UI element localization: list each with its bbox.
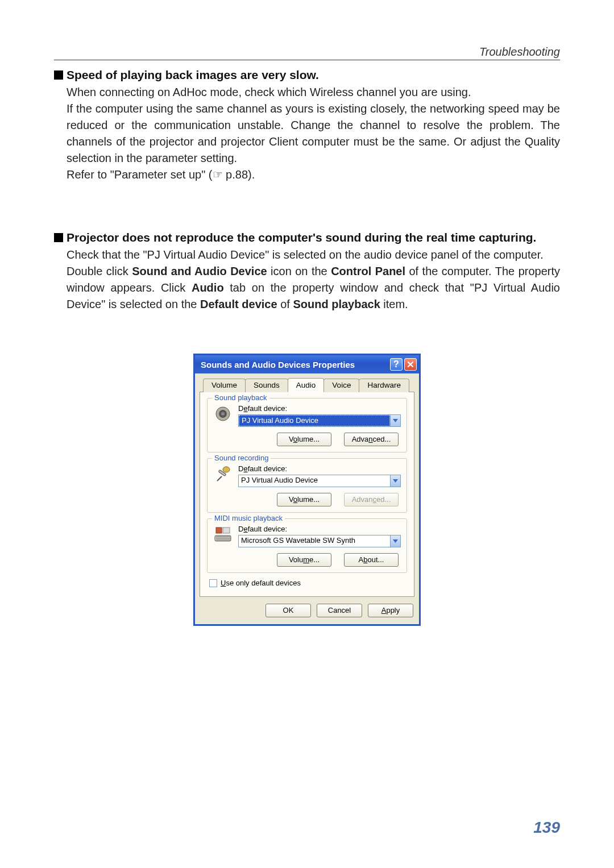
midi-device-select[interactable]: Microsoft GS Wavetable SW Synth (238, 535, 401, 547)
playback-device-value: PJ Virtual Audio Device (239, 415, 390, 426)
recording-volume-button[interactable]: Volume... (277, 493, 331, 506)
chevron-down-icon[interactable] (390, 475, 400, 487)
section2-p1: Check that the "PJ Virtual Audio Device"… (67, 247, 560, 263)
cancel-button[interactable]: Cancel (317, 604, 362, 617)
playback-default-label: Default device: (238, 404, 401, 413)
midi-playback-legend: MIDI music playback (212, 514, 285, 522)
sound-recording-group: Sound recording Default device: (207, 458, 407, 513)
midi-icon (213, 525, 233, 544)
playback-advanced-button[interactable]: Advanced... (344, 433, 399, 446)
tab-hardware[interactable]: Hardware (359, 379, 409, 392)
dialog-titlebar[interactable]: Sounds and Audio Devices Properties ? (195, 355, 419, 373)
checkbox-icon[interactable] (209, 579, 217, 587)
tab-sounds[interactable]: Sounds (245, 379, 288, 392)
svg-point-3 (223, 467, 230, 472)
use-only-defaults-row[interactable]: Use only default devices (209, 579, 407, 587)
apply-button[interactable]: Apply (368, 604, 413, 617)
chevron-down-icon[interactable] (390, 535, 400, 547)
svg-rect-6 (223, 528, 230, 533)
sound-playback-legend: Sound playback (212, 393, 269, 402)
bullet-square-icon (54, 233, 63, 242)
section1-p1: When connecting on AdHoc mode, check whi… (67, 84, 560, 101)
use-only-defaults-label: Use only default devices (221, 579, 301, 587)
section1-title: Speed of playing back images are very sl… (54, 68, 560, 82)
midi-about-button[interactable]: About... (344, 553, 399, 567)
midi-volume-button[interactable]: Volume... (277, 553, 331, 567)
midi-playback-group: MIDI music playback (207, 518, 407, 573)
speaker-icon (213, 404, 233, 423)
recording-advanced-button: Advanced... (344, 493, 399, 506)
tab-volume[interactable]: Volume (203, 379, 246, 392)
close-button[interactable] (404, 358, 417, 371)
page-number: 139 (533, 819, 560, 837)
tab-voice[interactable]: Voice (323, 379, 359, 392)
midi-default-label: Default device: (238, 525, 401, 533)
bullet-square-icon (54, 70, 63, 80)
recording-device-value: PJ Virtual Audio Device (239, 475, 390, 487)
section2-title: Projector does not reproduce the compute… (54, 231, 560, 244)
audio-properties-dialog: Sounds and Audio Devices Properties ? Vo… (193, 354, 421, 626)
section2-p2: Double click Sound and Audio Device icon… (67, 263, 560, 313)
dialog-title: Sounds and Audio Devices Properties (201, 360, 388, 369)
tab-audio[interactable]: Audio (288, 378, 325, 392)
ok-button[interactable]: OK (265, 604, 311, 617)
section-header: Troubleshooting (479, 45, 560, 59)
playback-device-select[interactable]: PJ Virtual Audio Device (238, 414, 401, 427)
help-button[interactable]: ? (390, 358, 403, 371)
sound-playback-group: Sound playback Default device: (207, 398, 407, 452)
sound-recording-legend: Sound recording (212, 454, 271, 462)
microphone-icon (213, 464, 233, 484)
playback-volume-button[interactable]: Volume... (277, 433, 331, 446)
recording-device-select[interactable]: PJ Virtual Audio Device (238, 475, 401, 487)
section1-p2: If the computer using the same channel a… (67, 101, 560, 167)
chevron-down-icon[interactable] (390, 415, 400, 426)
section1-p3: Refer to "Parameter set up" (☞ p.88). (67, 167, 560, 183)
tabs: Volume Sounds Audio Voice Hardware (200, 378, 414, 392)
recording-default-label: Default device: (238, 464, 401, 473)
midi-device-value: Microsoft GS Wavetable SW Synth (239, 535, 390, 547)
svg-rect-5 (216, 528, 222, 533)
svg-point-2 (221, 412, 225, 416)
